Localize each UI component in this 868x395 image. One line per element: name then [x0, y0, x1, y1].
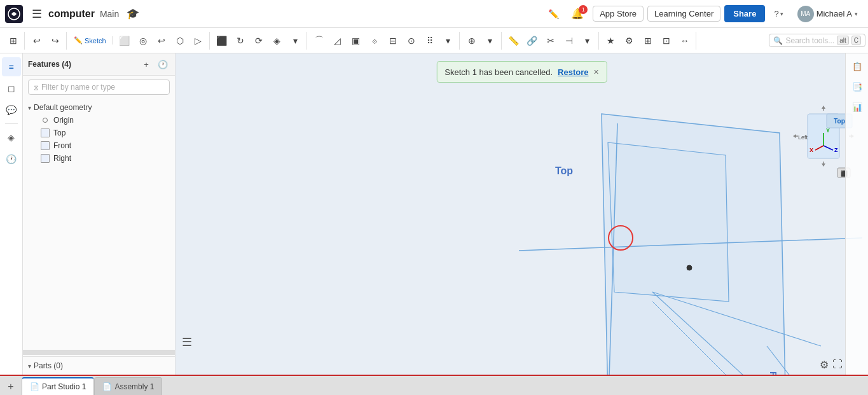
notification-bar: Sketch 1 has been cancelled. Restore ×: [436, 61, 607, 83]
view-icon-1[interactable]: ⬜: [116, 32, 134, 50]
svg-marker-2: [608, 142, 729, 301]
search-shortcut-alt: alt: [837, 36, 849, 45]
view-icon-5[interactable]: ▷: [189, 32, 207, 50]
feature-panel-title: Features (4): [28, 60, 137, 69]
close-notification-button[interactable]: ×: [594, 67, 599, 77]
toolbar-layout-group: ⊞: [3, 32, 25, 50]
feature-tree-scrollbar[interactable]: [23, 350, 175, 355]
search-tools[interactable]: 🔍 Search tools... alt C: [769, 34, 865, 47]
tree-item-front[interactable]: Front: [23, 139, 175, 152]
tool-chamfer[interactable]: ◿: [329, 32, 347, 50]
tool-more[interactable]: ▾: [287, 32, 305, 50]
tool-sweep[interactable]: ⟳: [250, 32, 268, 50]
viewport-expand-icon[interactable]: ⛶: [832, 359, 843, 371]
tool-pattern[interactable]: ⠿: [421, 32, 439, 50]
tool-extrude[interactable]: ⬛: [213, 32, 231, 50]
tool-shell[interactable]: ▣: [347, 32, 365, 50]
redo-button[interactable]: ↪: [46, 32, 64, 50]
plane-svg: Top Right: [176, 53, 868, 375]
tool-hole[interactable]: ⊙: [403, 32, 420, 50]
tool-extra5[interactable]: ↔: [676, 32, 694, 50]
tree-item-right[interactable]: Right: [23, 152, 175, 165]
sketch-button[interactable]: ✏️ Sketch: [70, 36, 110, 45]
feature-panel-add-icon[interactable]: +: [139, 57, 153, 71]
rail-divider: [5, 123, 18, 124]
feature-panel-clock-icon[interactable]: 🕐: [156, 57, 170, 71]
tool-section[interactable]: ✂: [542, 32, 560, 50]
vp-icon-3[interactable]: 📊: [848, 98, 866, 116]
default-geometry-section[interactable]: ▾ Default geometry: [23, 101, 175, 114]
rail-comment-icon[interactable]: 💬: [2, 100, 21, 120]
tab-assembly[interactable]: 📄 Assembly 1: [94, 377, 162, 395]
svg-text:Right: Right: [768, 371, 778, 375]
add-tab-button[interactable]: +: [3, 378, 19, 395]
rail-history-icon[interactable]: 🕐: [2, 149, 21, 169]
rail-model-icon[interactable]: ◻: [2, 79, 21, 98]
parts-section: ▾ Parts (0): [23, 356, 175, 375]
toolbar-tools-group: ⬛ ↻ ⟳ ◈ ▾: [211, 32, 307, 50]
viewport-settings-icon[interactable]: ⚙: [820, 359, 829, 371]
tool-boolean[interactable]: ⊕: [463, 32, 481, 50]
tab-assembly-label: Assembly 1: [114, 382, 154, 391]
tree-item-origin[interactable]: Origin: [23, 114, 175, 127]
view-icon-2[interactable]: ◎: [134, 32, 152, 50]
parts-label: Parts (0): [34, 361, 63, 370]
svg-text:Top: Top: [555, 165, 573, 176]
top-label: Top: [53, 128, 65, 137]
tool-mate[interactable]: 🔗: [523, 32, 541, 50]
learning-center-button[interactable]: Learning Center: [647, 6, 720, 22]
toolbar: ⊞ ↩ ↪ ✏️ Sketch ⬜ ◎ ↩ ⬡ ▷ ⬛ ↻ ⟳ ◈ ▾ ⌒ ◿ …: [0, 28, 868, 53]
notification-button[interactable]: 🔔 1: [566, 5, 589, 22]
tab-part-studio-icon: 📄: [30, 382, 39, 391]
notification-badge: 1: [579, 5, 588, 14]
rail-features-icon[interactable]: ≡: [2, 57, 21, 76]
tool-extra1[interactable]: ★: [602, 32, 620, 50]
main-content: ≡ ◻ 💬 ◈ 🕐 Features (4) + 🕐 ⧖ Filter by n…: [0, 53, 868, 375]
vp-icon-1[interactable]: 📋: [848, 57, 866, 75]
left-rail: ≡ ◻ 💬 ◈ 🕐: [0, 53, 23, 375]
view-icon-3[interactable]: ↩: [153, 32, 170, 50]
share-button[interactable]: Share: [724, 5, 765, 22]
tool-measure[interactable]: 📏: [505, 32, 523, 50]
view-icon-4[interactable]: ⬡: [171, 32, 189, 50]
hamburger-menu-icon[interactable]: ☰: [32, 7, 42, 21]
app-store-button[interactable]: App Store: [593, 6, 644, 22]
svg-marker-17: [822, 163, 825, 167]
help-button[interactable]: ? ▾: [769, 6, 788, 21]
viewport-right-panel: 📋 📑 📊: [845, 53, 868, 375]
tool-mirror-dropdown[interactable]: ▾: [579, 32, 596, 50]
viewport-list-icon[interactable]: ☰: [182, 335, 192, 349]
tool-fillet[interactable]: ⌒: [310, 32, 328, 50]
tool-extra2[interactable]: ⚙: [621, 32, 638, 50]
tool-mirror[interactable]: ⊣: [560, 32, 578, 50]
restore-link[interactable]: Restore: [558, 67, 588, 77]
layout-icon[interactable]: ⊞: [4, 32, 22, 50]
vp-icon-2[interactable]: 📑: [848, 78, 866, 95]
svg-point-9: [687, 265, 692, 270]
sketch-pencil-icon: ✏️: [74, 36, 83, 45]
search-shortcut-c: C: [851, 36, 861, 45]
filter-placeholder: Filter by name or type: [41, 83, 115, 92]
edit-icon[interactable]: ✏️: [544, 5, 562, 23]
doc-name: Main: [100, 9, 119, 19]
tool-extra4[interactable]: ⊡: [658, 32, 675, 50]
tool-boolean-dropdown[interactable]: ▾: [481, 32, 499, 50]
tool-extra3[interactable]: ⊞: [639, 32, 657, 50]
tab-part-studio[interactable]: 📄 Part Studio 1: [22, 377, 94, 395]
tree-item-top[interactable]: Top: [23, 127, 175, 139]
tool-pattern-dropdown[interactable]: ▾: [439, 32, 457, 50]
tool-rib[interactable]: ⊟: [384, 32, 402, 50]
rail-variable-icon[interactable]: ◈: [2, 128, 21, 147]
undo-button[interactable]: ↩: [28, 32, 46, 50]
tool-draft[interactable]: ⟐: [366, 32, 383, 50]
origin-label: Origin: [53, 116, 74, 125]
user-menu-button[interactable]: MA Michael A ▾: [792, 3, 863, 25]
viewport[interactable]: Top Right Sketch 1 has been cancelled. R…: [176, 53, 868, 375]
onshape-logo[interactable]: [5, 5, 23, 23]
tab-assembly-icon: 📄: [102, 382, 112, 391]
svg-text:Y: Y: [826, 127, 830, 134]
parts-header[interactable]: ▾ Parts (0): [28, 359, 170, 372]
tool-revolve[interactable]: ↻: [231, 32, 249, 50]
filter-box[interactable]: ⧖ Filter by name or type: [28, 80, 170, 95]
tool-loft[interactable]: ◈: [268, 32, 286, 50]
